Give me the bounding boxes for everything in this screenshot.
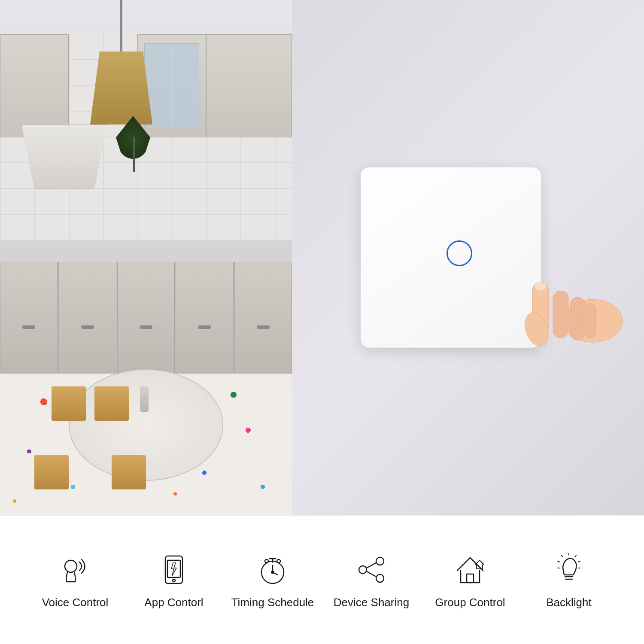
svg-point-12 — [265, 559, 268, 563]
svg-point-7 — [65, 560, 77, 572]
svg-rect-22 — [467, 574, 474, 583]
svg-line-20 — [367, 563, 376, 568]
chair-3 — [34, 455, 69, 489]
feature-app-control: App Contorl — [125, 550, 223, 609]
svg-line-26 — [575, 556, 576, 557]
chair-4 — [112, 455, 146, 489]
top-section — [0, 0, 644, 515]
svg-point-10 — [173, 579, 175, 582]
cabinet-door — [176, 262, 233, 374]
cabinet-door — [58, 262, 116, 374]
timing-schedule-label: Timing Schedule — [231, 596, 314, 609]
svg-point-19 — [376, 574, 384, 582]
glass-pane-section — [172, 86, 199, 128]
cabinet-door — [234, 262, 292, 374]
home-icon — [451, 550, 489, 589]
feature-device-sharing: Device Sharing — [322, 550, 421, 609]
switch-panel[interactable] — [361, 167, 541, 348]
range-hood — [21, 125, 107, 189]
svg-line-28 — [562, 556, 563, 557]
touch-button[interactable] — [447, 240, 472, 266]
device-sharing-label: Device Sharing — [334, 596, 409, 609]
backlight-label: Backlight — [546, 596, 592, 609]
finger-svg — [498, 235, 627, 346]
glass-pane — [144, 43, 199, 128]
dining-table — [69, 369, 223, 481]
kitchen-photo — [0, 0, 292, 515]
plant-stem — [133, 137, 135, 172]
svg-line-29 — [558, 561, 559, 562]
svg-rect-2 — [553, 291, 568, 338]
app-control-label: App Contorl — [144, 596, 203, 609]
cabinet-lower — [0, 262, 292, 374]
table-vase — [140, 386, 149, 412]
svg-point-17 — [376, 557, 384, 565]
svg-rect-3 — [570, 297, 585, 340]
svg-line-27 — [578, 561, 580, 562]
share-icon — [352, 550, 391, 589]
chair-2 — [94, 386, 129, 421]
group-control-label: Group Control — [435, 596, 505, 609]
timer-icon — [253, 550, 292, 589]
svg-point-18 — [359, 566, 367, 574]
cabinet-door — [117, 262, 175, 374]
svg-line-21 — [367, 571, 376, 577]
feature-backlight: Backlight — [519, 550, 618, 609]
app-icon — [155, 550, 193, 589]
feature-voice-control: Voice Control — [26, 550, 125, 609]
bulb-icon — [550, 550, 588, 589]
features-section: Voice Control App Contorl — [0, 515, 644, 644]
lamp-shade — [90, 52, 152, 125]
svg-point-16 — [272, 571, 274, 574]
switch-display — [292, 0, 644, 515]
chair-1 — [52, 386, 86, 421]
hand-container — [498, 235, 627, 348]
glass-pane-section — [145, 44, 171, 85]
voice-control-label: Voice Control — [42, 596, 109, 609]
cabinet-upper-left — [0, 34, 69, 137]
cabinet-door — [0, 262, 58, 374]
cabinet-upper-right — [206, 34, 292, 137]
svg-point-13 — [277, 559, 280, 563]
voice-icon — [56, 550, 94, 589]
svg-point-6 — [535, 282, 547, 291]
feature-group-control: Group Control — [421, 550, 519, 609]
glass-pane-section — [172, 44, 199, 85]
svg-rect-4 — [584, 304, 596, 338]
feature-timing-schedule: Timing Schedule — [223, 550, 322, 609]
main-container: Voice Control App Contorl — [0, 0, 644, 644]
